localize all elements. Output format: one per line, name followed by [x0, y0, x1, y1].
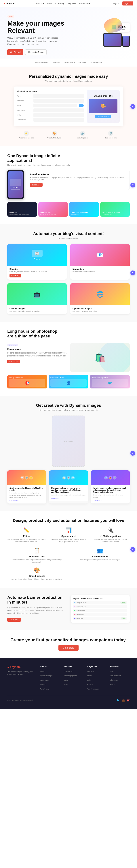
nav-down-arrow-5[interactable]: ▼ — [130, 547, 135, 552]
blog-card-img-channel: 📺 — [7, 283, 67, 305]
automate-left-col: Automate banner production in minutes Ab… — [7, 595, 66, 622]
creative-icons-1: ✉️ 🔗 ⭐ — [21, 476, 33, 479]
footer-link-changelog[interactable]: Changelog — [110, 678, 130, 681]
nav-links: Product ▾ Solution ▾ Pricing Integration… — [36, 2, 90, 5]
blog-card-btn-blogging[interactable]: Get started — [9, 274, 21, 277]
hero-cta-secondary[interactable]: Request a Demo — [25, 50, 46, 55]
blog-card-desc-blogging: What do you know about the World Series … — [9, 271, 65, 273]
app-native-label: Native app — [9, 211, 35, 213]
nav-link-resources[interactable]: Resources ▾ — [79, 2, 91, 5]
footer-link-status[interactable]: Status — [110, 683, 130, 686]
form-input-1[interactable] — [33, 94, 84, 98]
cta-button[interactable]: Get Started — [59, 645, 78, 651]
creative-card-link-3[interactable]: Read More → — [93, 499, 128, 501]
footer-link-dynamic[interactable]: Dynamic images — [40, 674, 60, 677]
mic-image-container: mic image — [7, 415, 130, 467]
nav-link-integration[interactable]: Integration — [67, 2, 76, 5]
creative-card-header-2: 📊 👻 ✉️ — [49, 470, 88, 485]
footer-linkedin-icon[interactable]: 💼 — [122, 699, 125, 702]
footer-link-integrations[interactable]: Integrations — [40, 678, 60, 681]
footer-link-saas[interactable]: SaaS — [64, 678, 83, 681]
signup-button[interactable]: Sign up — [122, 1, 133, 5]
form-input-6[interactable] — [33, 118, 84, 122]
nav-down-arrow[interactable]: ▼ — [130, 104, 135, 109]
blog-card-title-newsletters: Newsletters — [72, 268, 128, 270]
footer-link-marketing[interactable]: Marketing agency — [64, 674, 83, 677]
ecommerce-cta[interactable]: Get Started — [7, 360, 20, 363]
ecommerce-cards: Loyalty product line 🎯 Personalized item… — [7, 375, 130, 389]
blog-card-img-blogging: 📰 Blogging — [7, 244, 67, 266]
dynamic-demo: Content submission Text First Name Email… — [14, 87, 123, 126]
app-send-desc: At the right time — [102, 213, 128, 215]
nav-logo[interactable]: ● abysale — [4, 2, 14, 5]
creative-card-link-2[interactable]: Read More → — [51, 497, 86, 499]
features-bottom-grid: 📋 Template form Create a form from your … — [7, 548, 130, 581]
brand-presets-desc: Set your brand colors, fonts and logos t… — [7, 578, 67, 581]
form-input-5[interactable] — [33, 113, 84, 117]
nav-actions: Sign In Sign up — [111, 1, 133, 5]
email-marketing-cta[interactable]: Get Started — [30, 183, 42, 187]
partners-bar: SocialMarket Dikisum crowdfello KAROS DO… — [0, 59, 137, 67]
automate-learn-more[interactable]: Learn More — [7, 618, 21, 622]
creative-card-link-1[interactable]: Read More → — [9, 500, 44, 501]
signin-button[interactable]: Sign In — [111, 2, 121, 5]
nav-link-product[interactable]: Product ▾ — [36, 2, 44, 5]
app-native-desc: Personalize in app experience — [9, 213, 35, 215]
footer-link-editor[interactable]: Editor — [40, 670, 60, 673]
nav-down-arrow-4[interactable]: ▼ — [130, 451, 135, 456]
email-marketing-box: E-mail marketing Build closer relationsh… — [27, 170, 130, 190]
app-send-label: Send the right pictures — [102, 211, 128, 213]
footer-link-zapier[interactable]: Zapier — [87, 674, 106, 677]
automate-row-text-3: Export format — [76, 610, 85, 611]
footer-copyright: © 2023 Abysale. All rights reserved. — [7, 700, 33, 701]
footer-link-hubspot[interactable]: HubSpot — [87, 683, 106, 686]
footer-github-icon[interactable]: 🐙 — [127, 699, 130, 702]
footer-logo: ● abysale — [7, 665, 37, 669]
preview-generate-button[interactable]: Generate image → — [95, 115, 111, 118]
ecommerce-showcase: Ecommerce Ecommerce Personalized shoppin… — [7, 343, 130, 372]
editor-title: Editor — [7, 535, 46, 537]
nav-down-arrow-2[interactable]: ▼ — [130, 183, 135, 187]
footer-link-mailchimp[interactable]: Mailchimp — [87, 670, 106, 673]
form-input-4[interactable] — [33, 108, 84, 112]
ecommerce-description: Personalized shopping experience. Connec… — [7, 351, 67, 358]
footer-product-col: Product Editor Dynamic images Integratio… — [40, 665, 60, 691]
icon-mail2: ✉️ — [71, 476, 75, 479]
creative-card-title-3: How to create a unique outcome email usi… — [93, 487, 128, 493]
nav-link-pricing[interactable]: Pricing — [58, 2, 65, 5]
footer-link-ecommerce[interactable]: Ecommerce — [64, 670, 83, 673]
creative-card-desc-1: Personalize your Mailchimp emails by add… — [9, 492, 44, 499]
footer-grid: ● abysale The platform for personalizing… — [7, 665, 130, 691]
footer-link-blog[interactable]: Blog — [110, 670, 130, 673]
feature-friendly: 🎨 Friendly URL Syntax — [42, 131, 67, 139]
blogging-subtitle: Abyssale content pillar — [7, 237, 130, 239]
ecommerce-left: Ecommerce Ecommerce Personalized shoppin… — [7, 343, 67, 363]
icon-send: 📤 — [108, 476, 112, 479]
app-card-build: Build your application Use our API — [69, 202, 99, 217]
footer-resources-links: Blog Documentation Changelog Status — [110, 670, 130, 686]
automate-description: Abyssale makes it easy for you to displa… — [7, 606, 66, 615]
hero-cta-primary[interactable]: Get Started — [7, 50, 23, 55]
footer-link-make[interactable]: Make — [87, 678, 106, 681]
form-input-3[interactable] — [33, 104, 77, 107]
form-row-2: First Name — [18, 99, 84, 102]
nav-link-solution[interactable]: Solution ▾ — [47, 2, 56, 5]
phone-screen — [123, 36, 129, 46]
footer-link-docs[interactable]: Documentation — [110, 674, 130, 677]
footer-link-whats-new[interactable]: What's new — [40, 687, 60, 690]
footer-twitter-icon[interactable]: 🐦 — [117, 699, 120, 702]
footer-link-media[interactable]: Media — [64, 683, 83, 686]
footer-link-activecampaign[interactable]: ActiveCampaign — [87, 687, 106, 690]
form-input-2[interactable] — [33, 99, 84, 102]
form-label-4: Image URL — [18, 110, 32, 111]
integrations-title: +1000 Integrations — [91, 535, 130, 537]
personalized-subtitle: Why you need order to the simple and fav… — [7, 80, 130, 82]
creative-card-phantom: 📊 👻 ✉️ Use personalised images in your c… — [49, 470, 88, 503]
ecommerce-desc-title: Ecommerce — [7, 348, 67, 350]
footer-link-pricing[interactable]: Pricing — [40, 683, 60, 686]
feature-safe: 🛡️ Safe and secure — [98, 131, 123, 139]
nav-down-arrow-3[interactable]: ▼ — [130, 271, 135, 275]
features-section: Design, productivity and automation feat… — [0, 511, 137, 588]
footer-product-links: Editor Dynamic images Integrations Prici… — [40, 670, 60, 690]
form-toggle[interactable] — [79, 104, 84, 107]
